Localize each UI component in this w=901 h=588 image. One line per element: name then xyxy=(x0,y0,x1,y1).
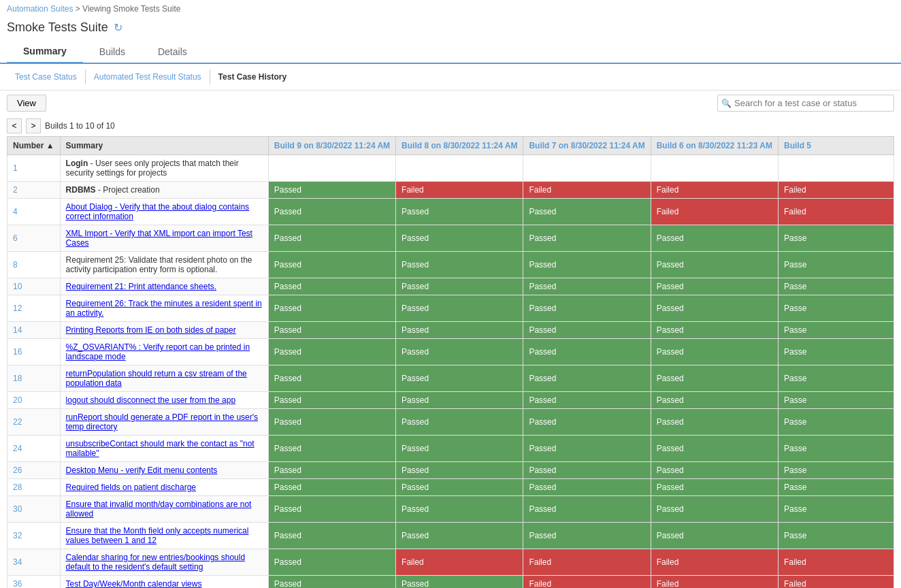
col-header-build-7[interactable]: Build 7 on 8/30/2022 11:24 AM xyxy=(523,137,651,155)
cell-status xyxy=(268,155,395,182)
cell-summary: unsubscribeContact should mark the conta… xyxy=(60,436,268,462)
cell-status: Failed xyxy=(523,182,651,199)
view-button[interactable]: View xyxy=(7,95,46,112)
cell-status: Passed xyxy=(268,436,395,462)
cell-number: 20 xyxy=(7,392,61,409)
summary-link[interactable]: Test Day/Week/Month calendar views xyxy=(66,579,202,588)
cell-status: Passed xyxy=(268,339,395,365)
summary-link[interactable]: Requirement 21: Print attendance sheets. xyxy=(66,282,216,291)
breadcrumb-link[interactable]: Automation Suites xyxy=(7,4,73,14)
cell-status: Passed xyxy=(651,462,778,479)
tab-summary[interactable]: Summary xyxy=(7,40,83,64)
summary-link[interactable]: Calendar sharing for new entries/booking… xyxy=(66,553,246,572)
cell-status: Passe xyxy=(779,339,894,365)
cell-summary: Requirement 21: Print attendance sheets. xyxy=(60,278,268,295)
cell-status: Passed xyxy=(396,462,523,479)
cell-status: Passed xyxy=(396,496,523,523)
cell-status: Passe xyxy=(779,462,894,479)
summary-link[interactable]: unsubscribeContact should mark the conta… xyxy=(66,439,255,458)
col-header-summary[interactable]: Summary xyxy=(60,137,268,155)
summary-link[interactable]: returnPopulation should return a csv str… xyxy=(66,369,247,388)
col-header-build-5[interactable]: Build 5 xyxy=(779,137,894,155)
refresh-icon[interactable]: ↻ xyxy=(114,21,122,34)
col-header-build-9[interactable]: Build 9 on 8/30/2022 11:24 AM xyxy=(268,137,395,155)
subtab-test-case-status[interactable]: Test Case Status xyxy=(7,69,85,84)
tab-builds[interactable]: Builds xyxy=(83,40,142,63)
summary-link[interactable]: logout should disconnect the user from t… xyxy=(66,395,236,405)
cell-status: Passe xyxy=(779,496,894,523)
summary-link[interactable]: runReport should generate a PDF report i… xyxy=(66,412,258,431)
summary-link[interactable]: Ensure that invalid month/day combinatio… xyxy=(66,500,252,519)
cell-status: Passed xyxy=(268,462,395,479)
summary-link[interactable]: Requirement 26: Track the minutes a resi… xyxy=(66,299,262,318)
cell-status: Passed xyxy=(523,225,651,252)
cell-status xyxy=(523,155,651,182)
cell-status: Passe xyxy=(779,278,894,295)
cell-number: 4 xyxy=(7,199,61,225)
table-row: 20logout should disconnect the user from… xyxy=(7,392,894,409)
cell-status: Passe xyxy=(779,436,894,462)
search-input[interactable] xyxy=(717,95,894,112)
cell-status: Passed xyxy=(651,225,778,252)
cell-status: Passe xyxy=(779,295,894,322)
tab-details[interactable]: Details xyxy=(142,40,203,63)
cell-number: 30 xyxy=(7,496,61,523)
cell-status: Passed xyxy=(651,322,778,339)
table-row: 26Desktop Menu - verify Edit menu conten… xyxy=(7,462,894,479)
col-header-number[interactable]: Number ▲ xyxy=(7,137,61,155)
cell-number: 24 xyxy=(7,436,61,462)
cell-status: Passe xyxy=(779,252,894,278)
subtab-test-case-history[interactable]: Test Case History xyxy=(210,69,295,84)
cell-status: Passed xyxy=(523,496,651,523)
summary-link[interactable]: XML Import - Verify that XML import can … xyxy=(66,229,252,248)
cell-status: Passed xyxy=(396,322,523,339)
cell-status: Passed xyxy=(523,199,651,225)
cell-status: Passed xyxy=(268,392,395,409)
cell-status: Passed xyxy=(651,496,778,523)
cell-status: Passed xyxy=(651,409,778,436)
subtab-automated-result[interactable]: Automated Test Result Status xyxy=(85,69,210,84)
cell-number: 1 xyxy=(7,155,61,182)
summary-link[interactable]: Required fields on patient discharge xyxy=(66,483,196,492)
summary-link[interactable]: %Z_OSVARIANT% : Verify report can be pri… xyxy=(66,342,250,361)
cell-status: Passe xyxy=(779,365,894,392)
cell-status: Passe xyxy=(779,322,894,339)
summary-link[interactable]: Printing Reports from IE on both sides o… xyxy=(66,325,236,335)
summary-link[interactable]: Desktop Menu - verify Edit menu contents xyxy=(66,466,218,475)
cell-summary: Requirement 26: Track the minutes a resi… xyxy=(60,295,268,322)
cell-summary: RDBMS - Project creation xyxy=(60,182,268,199)
cell-status xyxy=(651,155,778,182)
cell-status: Passed xyxy=(396,479,523,496)
cell-status: Passed xyxy=(396,392,523,409)
cell-summary: returnPopulation should return a csv str… xyxy=(60,365,268,392)
cell-number: 12 xyxy=(7,295,61,322)
cell-status: Passed xyxy=(268,576,395,589)
cell-summary: Required fields on patient discharge xyxy=(60,479,268,496)
summary-link[interactable]: Ensure that the Month field only accepts… xyxy=(66,526,249,545)
summary-link[interactable]: About Dialog - Verify that the about dia… xyxy=(66,202,250,221)
cell-summary: Printing Reports from IE on both sides o… xyxy=(60,322,268,339)
next-button[interactable]: > xyxy=(26,118,41,133)
page-title-row: Smoke Tests Suite ↻ xyxy=(0,18,901,40)
cell-status: Passe xyxy=(779,225,894,252)
cell-status: Passed xyxy=(651,479,778,496)
cell-status: Passed xyxy=(651,252,778,278)
cell-number: 28 xyxy=(7,479,61,496)
cell-status: Passed xyxy=(268,496,395,523)
cell-status: Passed xyxy=(396,225,523,252)
table-row: 28Required fields on patient dischargePa… xyxy=(7,479,894,496)
table-row: 10Requirement 21: Print attendance sheet… xyxy=(7,278,894,295)
col-header-build-8[interactable]: Build 8 on 8/30/2022 11:24 AM xyxy=(396,137,523,155)
col-header-build-6[interactable]: Build 6 on 8/30/2022 11:23 AM xyxy=(651,137,778,155)
cell-summary: Requirement 25: Validate that resident p… xyxy=(60,252,268,278)
table-row: 14Printing Reports from IE on both sides… xyxy=(7,322,894,339)
prev-button[interactable]: < xyxy=(7,118,22,133)
cell-status: Passed xyxy=(523,322,651,339)
table-row: 8Requirement 25: Validate that resident … xyxy=(7,252,894,278)
table-wrapper: < > Builds 1 to 10 of 10 Number ▲ Summar… xyxy=(0,116,901,588)
cell-status: Passed xyxy=(396,252,523,278)
cell-status: Passed xyxy=(396,576,523,589)
cell-status: Passed xyxy=(396,523,523,549)
cell-status: Passed xyxy=(651,392,778,409)
breadcrumb-current: Viewing Smoke Tests Suite xyxy=(82,4,180,14)
